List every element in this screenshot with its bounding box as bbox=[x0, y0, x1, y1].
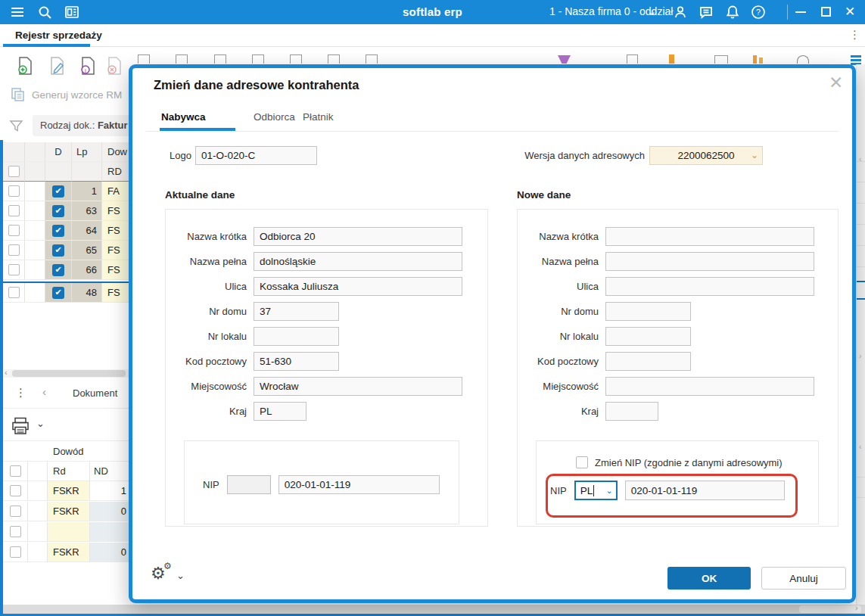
column-header-rd[interactable]: RD bbox=[102, 162, 129, 182]
new-city-input[interactable] bbox=[605, 377, 814, 396]
cancel-button[interactable]: Anuluj bbox=[761, 567, 846, 590]
edit-document-icon[interactable] bbox=[48, 56, 67, 76]
current-nip-input[interactable] bbox=[278, 475, 440, 494]
select-all-checkbox[interactable] bbox=[10, 465, 21, 477]
logo-input[interactable] bbox=[195, 146, 317, 165]
table-row[interactable]: ✔ 66 FS bbox=[3, 260, 129, 280]
active-tab-underline bbox=[3, 44, 90, 47]
new-house-no-input[interactable] bbox=[605, 302, 691, 321]
chat-icon[interactable] bbox=[698, 4, 714, 20]
tab-platnik[interactable]: Płatnik bbox=[303, 111, 334, 123]
column-header-rd[interactable]: Rd bbox=[48, 462, 90, 481]
current-country-input[interactable] bbox=[254, 402, 306, 421]
new-apartment-no-input[interactable] bbox=[605, 327, 691, 346]
hamburger-menu-icon[interactable] bbox=[9, 4, 26, 20]
new-street-input[interactable] bbox=[605, 277, 814, 296]
change-nip-checkbox[interactable] bbox=[576, 456, 588, 468]
row-checkbox[interactable] bbox=[10, 485, 21, 496]
help-icon[interactable]: ? bbox=[750, 4, 767, 20]
settings-chevron-down-icon[interactable]: ⌄ bbox=[176, 570, 185, 581]
cell-lp: 63 bbox=[72, 201, 102, 221]
new-full-name-input[interactable] bbox=[605, 252, 814, 271]
horizontal-scrollbar[interactable]: ‹ bbox=[3, 369, 129, 378]
scrollbar-thumb[interactable] bbox=[799, 605, 861, 613]
expand-chevron-icon[interactable]: › bbox=[859, 352, 861, 360]
table-row[interactable]: ✔ 64 FS bbox=[3, 221, 129, 241]
current-house-no-input[interactable] bbox=[254, 302, 339, 321]
tab-rejestr-sprzedazy[interactable]: Rejestr sprzedaży bbox=[15, 30, 102, 41]
current-short-name-input[interactable] bbox=[254, 227, 462, 246]
panel-kebab-icon[interactable]: ⋮ bbox=[15, 386, 26, 400]
tab-nabywca[interactable]: Nabywca bbox=[161, 111, 206, 123]
row-checkbox[interactable] bbox=[8, 264, 20, 275]
bell-icon[interactable] bbox=[724, 4, 741, 20]
filter-chip[interactable]: Rodzaj dok.: Faktur bbox=[33, 115, 129, 136]
current-street-input[interactable] bbox=[254, 277, 462, 296]
row-checkbox[interactable] bbox=[10, 506, 21, 517]
row-checked-icon[interactable]: ✔ bbox=[52, 185, 64, 198]
collapse-chevron-icon[interactable]: ‹ bbox=[859, 155, 861, 163]
new-postal-code-input[interactable] bbox=[605, 352, 691, 371]
row-checked-icon[interactable]: ✔ bbox=[52, 287, 64, 299]
funnel-filter-icon[interactable] bbox=[9, 119, 23, 133]
printer-dropdown-chevron-icon[interactable]: ⌄ bbox=[36, 418, 45, 429]
current-apartment-no-input[interactable] bbox=[254, 327, 339, 346]
tab-overflow-kebab-icon[interactable]: ⋮ bbox=[849, 28, 860, 42]
ok-button[interactable]: OK bbox=[667, 567, 751, 590]
scrollbar-thumb[interactable] bbox=[12, 370, 126, 377]
bottom-horizontal-scrollbar[interactable]: › bbox=[3, 605, 865, 614]
close-window-button[interactable]: ✕ bbox=[845, 4, 855, 20]
table-row[interactable]: ✔ 63 FS bbox=[3, 201, 129, 221]
row-checked-icon[interactable]: ✔ bbox=[52, 264, 64, 276]
select-all-checkbox[interactable] bbox=[8, 166, 20, 177]
minimize-button[interactable] bbox=[795, 11, 806, 13]
row-checkbox[interactable] bbox=[8, 244, 20, 256]
table-row-selected[interactable]: ✔ 48 FS bbox=[3, 282, 129, 301]
new-document-icon[interactable] bbox=[17, 56, 35, 76]
current-full-name-input[interactable] bbox=[254, 252, 462, 271]
new-country-input[interactable] bbox=[605, 402, 658, 421]
dialog-close-icon[interactable]: ✕ bbox=[829, 73, 843, 93]
table-row[interactable]: ✔ 65 FS bbox=[3, 241, 129, 260]
search-icon[interactable] bbox=[36, 4, 53, 20]
maximize-button[interactable] bbox=[821, 7, 831, 17]
current-postal-code-input[interactable] bbox=[254, 352, 339, 371]
group-header-dowod[interactable]: Dowód bbox=[48, 442, 130, 462]
toolbar-partial-icon bbox=[753, 55, 757, 64]
current-nip-prefix-input[interactable] bbox=[227, 475, 271, 494]
panel-back-chevron-icon[interactable]: ‹ bbox=[42, 385, 46, 398]
cell-nd: 0 bbox=[90, 502, 130, 521]
scroll-left-icon[interactable]: ‹ bbox=[5, 368, 8, 377]
toolbar-partial-icon bbox=[290, 54, 302, 64]
tab-odbiorca[interactable]: Odbiorca bbox=[254, 111, 295, 123]
row-checked-icon[interactable]: ✔ bbox=[52, 205, 64, 217]
document-info-icon[interactable]: i bbox=[79, 56, 98, 76]
current-city-input[interactable] bbox=[254, 377, 462, 396]
row-checked-icon[interactable]: ✔ bbox=[52, 225, 64, 237]
row-checkbox[interactable] bbox=[8, 287, 20, 298]
version-dropdown[interactable]: 2200062500⌄ bbox=[649, 146, 763, 165]
delete-document-icon[interactable] bbox=[106, 56, 124, 76]
column-header-nd[interactable]: ND bbox=[90, 462, 130, 481]
collapse-chevron-icon[interactable]: ‹ bbox=[859, 443, 861, 451]
company-chevron-down-icon[interactable]: ⌄ bbox=[647, 5, 657, 18]
row-checkbox[interactable] bbox=[10, 546, 21, 558]
filter-label: Rodzaj dok.: bbox=[40, 120, 98, 131]
table-row[interactable]: ✔ 1 FA bbox=[3, 182, 129, 201]
register-icon[interactable] bbox=[64, 4, 80, 20]
row-checkbox[interactable] bbox=[8, 225, 20, 236]
user-icon[interactable] bbox=[672, 4, 689, 20]
column-header-d[interactable]: D bbox=[45, 142, 72, 162]
column-header-lp[interactable]: Lp bbox=[72, 142, 102, 162]
row-checkbox[interactable] bbox=[10, 526, 21, 537]
new-nip-input[interactable] bbox=[625, 481, 785, 500]
toolbar-partial-icon bbox=[627, 54, 638, 64]
generate-rm-button[interactable]: Generuj wzorce RM bbox=[11, 87, 122, 102]
column-header-dow[interactable]: Dow bbox=[102, 142, 129, 162]
row-checkbox[interactable] bbox=[8, 185, 20, 197]
nip-country-select[interactable]: PL⌄ bbox=[574, 481, 618, 500]
new-short-name-input[interactable] bbox=[605, 227, 814, 246]
row-checkbox[interactable] bbox=[8, 205, 20, 216]
row-checked-icon[interactable]: ✔ bbox=[52, 244, 64, 257]
printer-icon[interactable] bbox=[11, 416, 30, 436]
